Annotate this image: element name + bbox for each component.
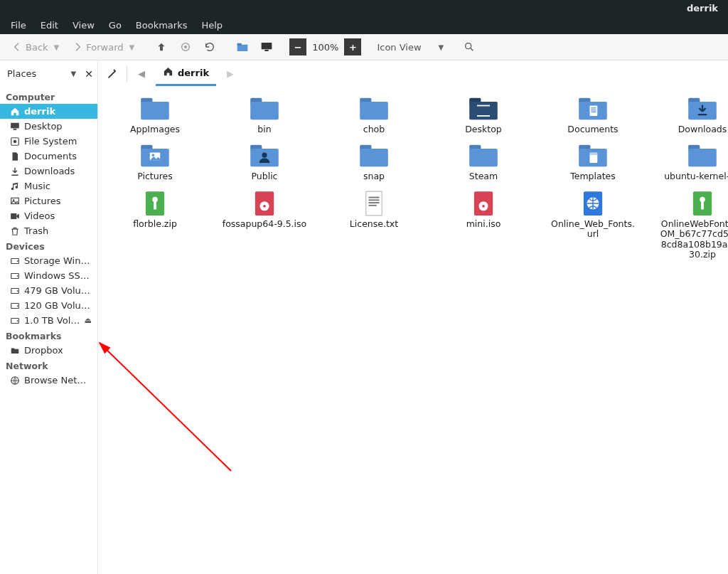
file-item-label: Pictures bbox=[137, 171, 173, 181]
svg-point-15 bbox=[17, 260, 18, 262]
file-item[interactable]: Desktop bbox=[434, 96, 533, 134]
file-item[interactable]: AppImages bbox=[105, 96, 205, 134]
chevron-down-icon: ▼ bbox=[129, 43, 135, 51]
sidebar-panel-label[interactable]: Places bbox=[7, 68, 36, 79]
menu-file[interactable]: File bbox=[4, 18, 33, 33]
sidebar-item[interactable]: Documents bbox=[0, 149, 97, 164]
svg-point-10 bbox=[14, 139, 17, 143]
sidebar-item[interactable]: 120 GB Volume bbox=[0, 298, 97, 313]
file-item[interactable]: OnlineWebFonts_COM_b67c77cd5bca8cd8a108b… bbox=[653, 191, 728, 260]
file-item[interactable]: Public bbox=[215, 143, 314, 181]
file-item-label: ubuntu-kernel-de bbox=[664, 171, 728, 181]
file-item-label: AppImages bbox=[130, 124, 180, 134]
file-view[interactable]: AppImagesbinchobDesktopDocumentsDownload… bbox=[98, 87, 728, 574]
file-item[interactable]: Online_Web_Fonts.url bbox=[543, 191, 643, 260]
file-item-label: License.txt bbox=[350, 219, 398, 229]
breadcrumb-label: derrik bbox=[178, 68, 209, 78]
drive-icon bbox=[10, 316, 20, 326]
menu-bookmarks[interactable]: Bookmarks bbox=[129, 18, 194, 33]
file-icon bbox=[468, 191, 499, 216]
sidebar-item[interactable]: Trash bbox=[0, 223, 97, 238]
sidebar-item[interactable]: 479 GB Volume bbox=[0, 283, 97, 298]
file-icon bbox=[687, 191, 718, 216]
sidebar-item[interactable]: Videos bbox=[0, 208, 97, 223]
sidebar-item[interactable]: Music bbox=[0, 179, 97, 193]
arrow-left-icon bbox=[11, 41, 23, 53]
file-item[interactable]: Steam bbox=[434, 143, 533, 181]
home-icon bbox=[10, 107, 20, 117]
zoom-in-button[interactable]: + bbox=[344, 38, 361, 55]
breadcrumb-next[interactable]: ▶ bbox=[219, 63, 242, 85]
drive-icon bbox=[10, 301, 20, 311]
pictures-icon bbox=[10, 196, 20, 206]
menu-view[interactable]: View bbox=[66, 18, 101, 33]
svg-rect-13 bbox=[11, 213, 16, 218]
home-button[interactable] bbox=[232, 38, 252, 55]
folder-icon bbox=[139, 96, 171, 122]
breadcrumb-prev[interactable]: ◀ bbox=[130, 63, 153, 85]
file-item[interactable]: Downloads bbox=[653, 96, 728, 134]
file-item[interactable]: Documents bbox=[543, 96, 643, 134]
chevron-down-icon: ▼ bbox=[439, 43, 444, 51]
file-item-label: Public bbox=[252, 171, 278, 181]
sidebar-item[interactable]: Browse Network bbox=[0, 373, 97, 388]
file-item[interactable]: fossapup64-9.5.iso bbox=[215, 191, 314, 260]
breadcrumb: derrik bbox=[156, 60, 216, 87]
eject-icon[interactable]: ⏏ bbox=[85, 316, 92, 325]
folder-icon bbox=[687, 143, 718, 169]
zoom-value: 100% bbox=[306, 42, 344, 53]
nav-forward-button[interactable]: Forward ▼ bbox=[68, 38, 139, 55]
folder-icon bbox=[468, 96, 499, 122]
path-edit-button[interactable] bbox=[101, 63, 124, 85]
file-item[interactable]: snap bbox=[324, 143, 424, 181]
file-item[interactable]: Templates bbox=[543, 143, 643, 181]
file-item-label: Steam bbox=[469, 171, 498, 181]
monitor-icon bbox=[261, 41, 272, 53]
chevron-down-icon[interactable]: ▼ bbox=[71, 70, 77, 78]
sidebar-item-label: 479 GB Volume bbox=[24, 285, 92, 296]
file-item-label: Desktop bbox=[465, 124, 502, 134]
sidebar-item[interactable]: Storage Windows bbox=[0, 253, 97, 268]
file-item[interactable]: Pictures bbox=[105, 143, 205, 181]
sidebar-item[interactable]: Downloads bbox=[0, 164, 97, 179]
sidebar-item[interactable]: Windows SSD sto… bbox=[0, 268, 97, 283]
file-item[interactable]: License.txt bbox=[324, 191, 424, 260]
search-icon bbox=[464, 41, 475, 53]
sidebar-item[interactable]: derrik bbox=[0, 104, 97, 119]
view-mode-select[interactable]: Icon View ▼ bbox=[374, 41, 446, 54]
file-item[interactable]: chob bbox=[324, 96, 424, 134]
reload-button[interactable] bbox=[200, 38, 220, 55]
sidebar-close-button[interactable]: ✕ bbox=[85, 68, 93, 80]
file-item[interactable]: ubuntu-kernel-de bbox=[653, 143, 728, 181]
sidebar-item-label: Documents bbox=[24, 151, 92, 161]
file-icon bbox=[249, 191, 280, 216]
computer-button[interactable] bbox=[257, 38, 277, 55]
file-item-label: florble.zip bbox=[133, 219, 177, 229]
folder-icon bbox=[10, 346, 20, 356]
file-item-label: mini.iso bbox=[466, 219, 501, 229]
sidebar-item[interactable]: 1.0 TB Volu…⏏ bbox=[0, 313, 97, 328]
desktop-icon bbox=[10, 122, 20, 132]
menu-help[interactable]: Help bbox=[195, 18, 229, 33]
breadcrumb-home[interactable]: derrik bbox=[156, 62, 216, 86]
sidebar-item[interactable]: File System bbox=[0, 134, 97, 149]
sidebar-item-label: Downloads bbox=[24, 166, 92, 176]
file-item[interactable]: mini.iso bbox=[434, 191, 533, 260]
sidebar-item[interactable]: Pictures bbox=[0, 193, 97, 208]
menu-go[interactable]: Go bbox=[102, 18, 128, 33]
nav-up-button[interactable] bbox=[151, 38, 171, 55]
zoom-out-button[interactable]: − bbox=[289, 38, 306, 55]
sidebar-item[interactable]: Desktop bbox=[0, 119, 97, 134]
drive-icon bbox=[10, 271, 20, 281]
menu-edit[interactable]: Edit bbox=[34, 18, 65, 33]
svg-rect-5 bbox=[265, 50, 269, 51]
arrow-right-icon bbox=[72, 41, 83, 53]
stop-button[interactable] bbox=[176, 38, 196, 55]
search-button[interactable] bbox=[459, 38, 479, 55]
file-item[interactable]: bin bbox=[215, 96, 314, 134]
sidebar-item[interactable]: Dropbox bbox=[0, 343, 97, 358]
sidebar-item-label: 120 GB Volume bbox=[24, 300, 92, 311]
window-title: derrik bbox=[687, 3, 718, 14]
file-item[interactable]: florble.zip bbox=[105, 191, 205, 260]
nav-back-button[interactable]: Back ▼ bbox=[7, 38, 63, 55]
